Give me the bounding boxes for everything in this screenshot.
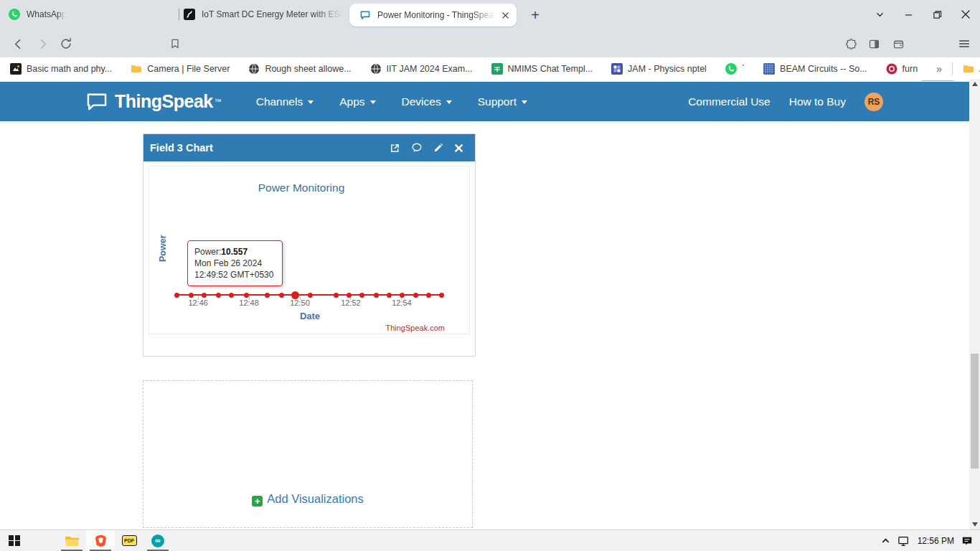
taskbar-camtasia-button[interactable] <box>143 530 172 551</box>
nav-menu-support[interactable]: Support <box>478 95 527 108</box>
thingspeak-watermark[interactable]: ThingSpeak.com <box>385 324 445 332</box>
network-icon[interactable] <box>897 535 910 547</box>
data-point-highlighted[interactable] <box>291 291 299 299</box>
data-point[interactable] <box>279 293 284 298</box>
globe-icon <box>248 63 260 75</box>
x-tick-label: 12:52 <box>336 298 365 307</box>
nav-menu-label: Support <box>478 95 517 108</box>
bookmark-label: BEAM Circuits -- So... <box>780 64 867 74</box>
data-point[interactable] <box>244 293 249 298</box>
data-point[interactable] <box>202 293 207 298</box>
data-point[interactable] <box>439 293 444 298</box>
data-point[interactable] <box>374 293 379 298</box>
nav-menu-label: Apps <box>339 95 364 108</box>
data-point[interactable] <box>347 293 352 298</box>
clock[interactable]: 12:56 PM <box>918 536 954 546</box>
tab-thingspeak-active[interactable]: Power Monitoring - ThingSpeak <box>349 4 517 27</box>
bookmark-label: ` <box>742 64 745 74</box>
folder-icon <box>963 63 974 75</box>
taskbar-edge-button[interactable] <box>29 530 57 551</box>
system-tray: 12:56 PM <box>881 530 980 551</box>
tab-iot-energy-meter[interactable]: IoT Smart DC Energy Meter with ESP <box>184 0 346 29</box>
tab-whatsapp[interactable]: WhatsApp <box>9 0 174 29</box>
bookmark-item[interactable]: JAM - Physics nptel <box>611 63 707 75</box>
reload-button[interactable] <box>57 34 75 53</box>
add-visualizations-link[interactable]: +Add Visualizations <box>143 492 472 507</box>
taskbar-pdf-button[interactable] <box>115 530 143 551</box>
browser-tab-strip: WhatsApp IoT Smart DC Energy Meter with … <box>0 0 980 29</box>
pattern-icon <box>763 63 775 75</box>
y-axis-label: Power <box>158 215 168 282</box>
screen: WhatsApp IoT Smart DC Energy Meter with … <box>0 0 980 551</box>
wallet-icon[interactable] <box>889 34 908 53</box>
scrollbar-thumb[interactable] <box>971 354 979 468</box>
tooltip-value: 10.557 <box>221 247 248 257</box>
windows-taskbar: 12:56 PM <box>0 529 980 551</box>
thingspeak-brand[interactable]: ThingSpeak ™ <box>86 91 222 112</box>
data-point[interactable] <box>426 293 431 298</box>
chart-layer: Power Monitoring Power Date ThingSpeak.c… <box>143 134 475 356</box>
whatsapp-icon <box>9 9 20 20</box>
forward-button[interactable] <box>33 34 52 53</box>
brand-trademark: ™ <box>215 98 222 105</box>
bookmark-item[interactable]: Rough sheet allowe... <box>248 63 351 75</box>
taskbar-start-button[interactable] <box>0 530 29 551</box>
nav-menu-apps[interactable]: Apps <box>339 95 375 108</box>
badge-icon <box>886 63 897 75</box>
menu-hamburger-icon[interactable] <box>955 34 974 53</box>
bookmark-item[interactable]: Basic math and phy... <box>10 63 112 75</box>
nav-right: Commercial Use How to Buy RS <box>688 93 883 111</box>
sheet-icon <box>491 63 503 75</box>
notifications-icon[interactable] <box>961 535 973 547</box>
minimize-button[interactable] <box>894 0 923 29</box>
bookmark-label: furn <box>903 64 918 74</box>
tray-chevron-up-icon[interactable] <box>881 536 890 545</box>
data-point[interactable] <box>413 293 418 298</box>
scroll-down-arrow[interactable] <box>969 519 980 529</box>
bookmark-item[interactable]: Camera | File Server <box>131 63 230 75</box>
x-axis-title: Date <box>143 311 476 321</box>
chart-title: Power Monitoring <box>143 182 459 194</box>
avatar[interactable]: RS <box>864 93 883 111</box>
bookmark-label: JAM - Physics nptel <box>628 64 707 74</box>
scroll-up-arrow[interactable] <box>969 79 980 89</box>
bookmark-flag-icon[interactable] <box>166 34 184 53</box>
data-point[interactable] <box>174 293 179 298</box>
bookmarks-bar: Basic math and phy...Camera | File Serve… <box>0 57 980 80</box>
taskbar-brave-button[interactable] <box>86 530 115 551</box>
sidebar-toggle-icon[interactable] <box>864 34 883 53</box>
nav-menu-channels[interactable]: Channels <box>256 95 314 108</box>
folder-icon <box>131 63 142 75</box>
tab-search-chevron-icon[interactable] <box>865 0 894 29</box>
bookmark-item[interactable]: IIT JAM 2024 Exam... <box>370 63 473 75</box>
camtasia-icon <box>151 534 164 547</box>
data-point[interactable] <box>189 293 194 298</box>
bookmark-item[interactable]: NMIMS Chat Templ... <box>491 63 593 75</box>
data-point[interactable] <box>359 293 364 298</box>
data-point[interactable] <box>308 293 313 298</box>
extensions-puzzle-icon[interactable] <box>842 34 860 53</box>
all-bookmarks-button[interactable]: All Bookmarks <box>963 63 980 75</box>
nav-link-how-to-buy[interactable]: How to Buy <box>789 95 846 108</box>
tab-title: Power Monitoring - ThingSpeak <box>377 10 498 20</box>
start-icon <box>9 535 20 547</box>
data-point[interactable] <box>216 293 221 298</box>
nav-link-commercial-use[interactable]: Commercial Use <box>688 95 771 108</box>
taskbar-file-explorer-button[interactable] <box>57 530 86 551</box>
bookmark-label: Basic math and phy... <box>27 64 112 74</box>
bookmark-item[interactable]: ` <box>725 63 745 75</box>
bookmark-item[interactable]: furn <box>886 63 918 75</box>
tab-close-icon[interactable] <box>499 9 511 21</box>
restore-button[interactable] <box>923 0 951 29</box>
nav-menu-devices[interactable]: Devices <box>402 95 452 108</box>
bookmarks-overflow-chevron[interactable]: » <box>936 63 942 75</box>
x-tick-label: 12:50 <box>286 298 314 307</box>
data-point[interactable] <box>387 293 392 298</box>
page-dark-icon <box>10 63 22 75</box>
browser-scrollbar[interactable] <box>969 79 980 529</box>
back-button[interactable] <box>9 34 27 53</box>
new-tab-button[interactable]: + <box>526 6 545 24</box>
data-point[interactable] <box>334 293 339 298</box>
bookmark-item[interactable]: BEAM Circuits -- So... <box>763 63 867 75</box>
close-window-button[interactable] <box>951 0 980 29</box>
